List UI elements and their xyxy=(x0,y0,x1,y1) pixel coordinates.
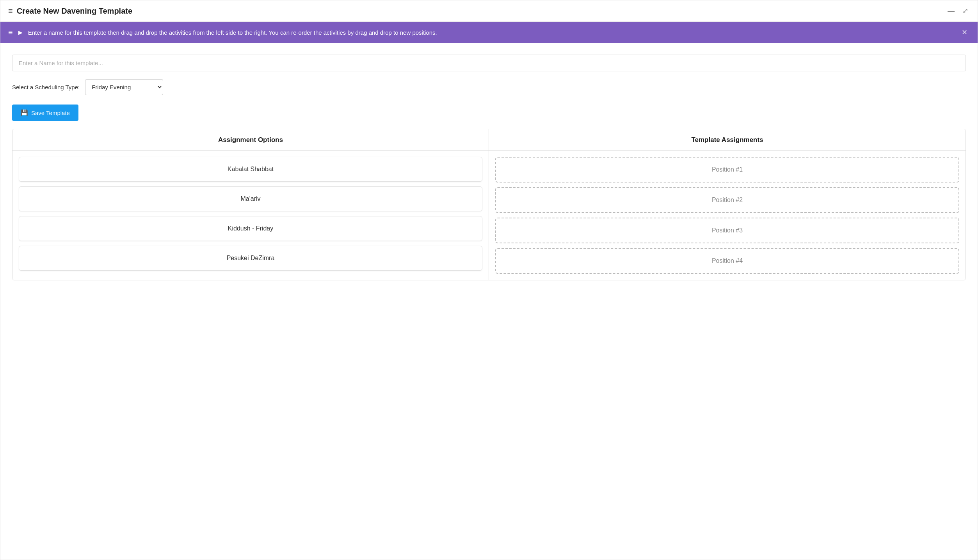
save-icon: 💾 xyxy=(21,109,28,116)
page-title: Create New Davening Template xyxy=(17,7,132,16)
item-label: Kiddush - Friday xyxy=(228,225,274,232)
save-button-label: Save Template xyxy=(31,110,70,116)
alert-arrow-icon: ▶ xyxy=(18,29,23,35)
assignments-container: Assignment Options Template Assignments … xyxy=(12,129,966,280)
scheduling-type-select[interactable]: Friday Evening Shabbat Morning Weekday M… xyxy=(85,79,163,95)
scheduling-row: Select a Scheduling Type: Friday Evening… xyxy=(12,79,966,95)
scheduling-label: Select a Scheduling Type: xyxy=(12,84,80,90)
app-icon: ≡ xyxy=(8,7,13,16)
position-label: Position #4 xyxy=(712,257,743,264)
main-window: ≡ Create New Davening Template — ⤢ ≡ ▶ E… xyxy=(0,0,978,560)
list-item[interactable]: Ma'ariv xyxy=(19,186,482,211)
position-slot[interactable]: Position #1 xyxy=(495,157,959,183)
right-panel-header: Template Assignments xyxy=(489,129,966,151)
main-content: Select a Scheduling Type: Friday Evening… xyxy=(0,43,978,288)
list-item[interactable]: Kabalat Shabbat xyxy=(19,157,482,182)
position-label: Position #3 xyxy=(712,227,743,234)
position-label: Position #1 xyxy=(712,166,743,173)
alert-close-button[interactable]: ✕ xyxy=(959,27,970,37)
template-name-input[interactable] xyxy=(12,55,966,71)
left-panel-header: Assignment Options xyxy=(12,129,489,151)
position-slot[interactable]: Position #2 xyxy=(495,187,959,213)
alert-list-icon: ≡ xyxy=(8,28,13,37)
position-slot[interactable]: Position #3 xyxy=(495,218,959,243)
item-label: Ma'ariv xyxy=(240,195,260,202)
position-slot[interactable]: Position #4 xyxy=(495,248,959,274)
window-controls: — ⤢ xyxy=(946,6,970,16)
alert-text: Enter a name for this template then drag… xyxy=(28,29,954,36)
maximize-button[interactable]: ⤢ xyxy=(961,6,970,16)
alert-banner: ≡ ▶ Enter a name for this template then … xyxy=(0,22,978,43)
title-bar-left: ≡ Create New Davening Template xyxy=(8,7,132,16)
title-bar: ≡ Create New Davening Template — ⤢ xyxy=(0,0,978,22)
minimize-button[interactable]: — xyxy=(946,6,956,16)
save-template-button[interactable]: 💾 Save Template xyxy=(12,105,78,121)
item-label: Pesukei DeZimra xyxy=(227,255,275,261)
template-assignments-panel: Position #1 Position #2 Position #3 Posi… xyxy=(489,151,966,280)
list-item[interactable]: Kiddush - Friday xyxy=(19,216,482,241)
position-label: Position #2 xyxy=(712,197,743,203)
list-item[interactable]: Pesukei DeZimra xyxy=(19,246,482,271)
assignment-options-panel: Kabalat Shabbat Ma'ariv Kiddush - Friday… xyxy=(12,151,489,280)
item-label: Kabalat Shabbat xyxy=(228,166,274,172)
